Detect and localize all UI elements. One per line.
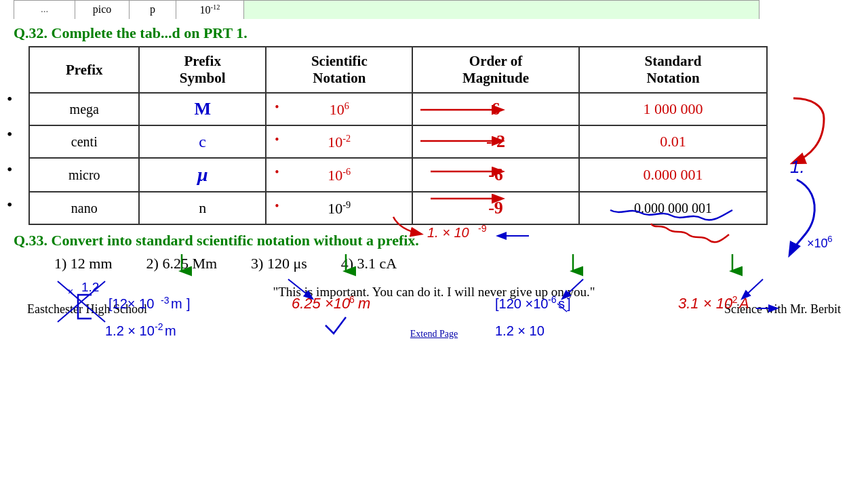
quote-line: "This is important. You can do it. I wil… (0, 275, 868, 302)
cell-standard-mega: 1 000 000 (579, 93, 768, 125)
q33-item-3: 3) 120 μs (251, 255, 307, 272)
prefix-table: Prefix PrefixSymbol ScientificNotation O… (28, 46, 768, 225)
q33-item-2: 2) 6.25 Mm (146, 255, 218, 272)
bullet-mega: • (7, 81, 15, 117)
bullet-nano: • (7, 187, 15, 222)
pico-prefix-hint: ... (14, 1, 75, 19)
table-row: mega M 106 • 6 1 000 000 (29, 93, 767, 125)
cell-sci-centi: 10-2 • (266, 125, 412, 158)
cell-symbol-mega: M (139, 93, 266, 125)
teacher-name: Science with Mr. Berbit (724, 302, 841, 317)
cell-sci-mega: 106 • (266, 93, 412, 125)
cell-order-nano: -9 (412, 192, 578, 224)
pico-cell-prefix: pico (75, 1, 130, 19)
cell-prefix-nano: nano (29, 192, 139, 224)
bullet-column: • • • • (7, 46, 15, 222)
header-standard: StandardNotation (579, 47, 768, 93)
table-row: centi c 10-2 • - 2 0.01 (29, 125, 767, 158)
cell-prefix-mega: mega (29, 93, 139, 125)
table-section: • • • • Prefix PrefixSymbol ScientificNo… (7, 46, 868, 225)
table-row: nano n 10-9 • -9 0.000 000 001 (29, 192, 767, 224)
q32-heading: Q.32. Complete the tab...d on PRT 1. (0, 19, 868, 46)
cell-order-micro: -6 (412, 158, 578, 192)
header-prefix: Prefix (29, 47, 139, 93)
school-name: Eastchester High School (27, 302, 147, 317)
cell-sci-nano: 10-9 • (266, 192, 412, 224)
cell-standard-micro: 0.000 001 (579, 158, 768, 192)
header-symbol: PrefixSymbol (139, 47, 266, 93)
q33-items: 1) 12 mm 2) 6.25 Mm 3) 120 μs 4) 3.1 cA (0, 252, 868, 275)
page-container: ... pico p 10-12 Q.32. Complete the tab.… (0, 0, 868, 488)
extend-page-link[interactable]: Extend Page (410, 329, 458, 339)
cell-order-centi: - 2 (412, 125, 578, 158)
cell-symbol-micro: μ (139, 158, 266, 192)
cell-prefix-centi: centi (29, 125, 139, 158)
pico-cell-rest (244, 1, 759, 19)
header-scientific: ScientificNotation (266, 47, 412, 93)
cell-sci-micro: 10-6 • (266, 158, 412, 192)
cell-symbol-nano: n (139, 192, 266, 224)
extend-page-section: Extend Page (0, 317, 868, 352)
cell-order-mega: 6 (412, 93, 578, 125)
pico-cell-symbol: p (130, 1, 176, 19)
q33-item-4: 4) 3.1 cA (341, 255, 397, 272)
pico-cell-scientific: 10-12 (176, 1, 244, 19)
bullet-micro: • (7, 152, 15, 187)
bullet-centi: • (7, 117, 15, 152)
pico-row: ... pico p 10-12 (14, 0, 760, 19)
table-row: micro μ 10-6 • -6 0.000 001 (29, 158, 767, 192)
header-order: Order ofMagnitude (412, 47, 578, 93)
cell-prefix-micro: micro (29, 158, 139, 192)
school-line: Eastchester High School Science with Mr.… (0, 302, 868, 317)
cell-symbol-centi: c (139, 125, 266, 158)
q33-item-1: 1) 12 mm (54, 255, 113, 272)
cell-standard-centi: 0.01 (579, 125, 768, 158)
cell-standard-nano: 0.000 000 001 (579, 192, 768, 224)
q33-heading: Q.33. Convert into standard scientific n… (0, 225, 868, 252)
